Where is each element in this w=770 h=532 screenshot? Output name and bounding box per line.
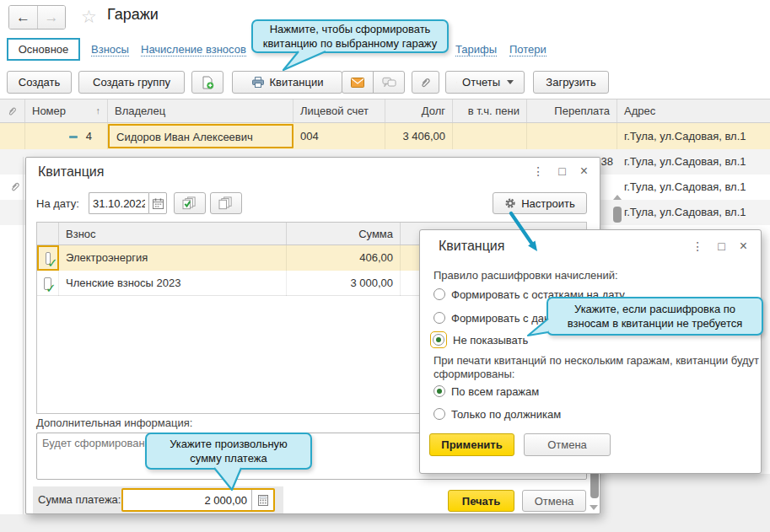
- tab-fees[interactable]: Взносы: [91, 43, 129, 56]
- date-field-group: [89, 192, 167, 214]
- cell-account[interactable]: 004: [293, 123, 385, 149]
- calculator-icon: [258, 495, 268, 506]
- calculator-button[interactable]: [251, 490, 273, 510]
- decryption-hint-tooltip: Укажите, если расшифровка по взносам в к…: [547, 297, 763, 336]
- reports-button[interactable]: Отчеты: [445, 71, 525, 94]
- fee-amount[interactable]: 3 000,00: [287, 271, 401, 296]
- apply-button[interactable]: Применить: [429, 433, 514, 456]
- cell-address: г.Тула, ул.Садовая, вл.1: [624, 200, 746, 225]
- radio-option-hide[interactable]: Не показывать: [430, 331, 528, 348]
- paperclip-icon: [7, 105, 18, 116]
- attachment-column-header[interactable]: [0, 99, 25, 122]
- cell-debt[interactable]: 3 406,00: [385, 123, 453, 149]
- printer-icon: [251, 76, 265, 89]
- radio-unselected[interactable]: [433, 408, 445, 420]
- tab-tariffs[interactable]: Тарифы: [455, 43, 497, 56]
- maximize-icon[interactable]: □: [558, 165, 565, 177]
- favorite-star-icon[interactable]: ☆: [81, 7, 97, 27]
- forward-button[interactable]: →: [37, 6, 65, 29]
- cancel-label: Отмена: [535, 495, 574, 508]
- radio-unselected[interactable]: [433, 288, 445, 300]
- radio-selected[interactable]: [433, 385, 445, 397]
- tab-losses[interactable]: Потери: [509, 43, 547, 56]
- column-header-account[interactable]: Лицевой счет: [293, 99, 385, 122]
- tab-main[interactable]: Основное: [7, 38, 80, 61]
- create-group-button[interactable]: Создать группу: [78, 71, 185, 94]
- back-button[interactable]: ←: [9, 6, 37, 29]
- load-label: Загрузить: [546, 76, 595, 89]
- settings-dialog-title: Квитанция: [439, 239, 504, 254]
- checkbox-checked[interactable]: [46, 252, 51, 265]
- grid-border: [23, 157, 24, 514]
- row-marker-icon: [69, 136, 78, 138]
- send-email-button[interactable]: [342, 71, 374, 94]
- column-header-amount[interactable]: Сумма: [287, 223, 401, 245]
- create-button[interactable]: Создать: [7, 71, 72, 94]
- discussions-button[interactable]: [373, 71, 405, 94]
- checkbox-column-header[interactable]: [37, 223, 59, 245]
- radio-unselected[interactable]: [433, 312, 445, 324]
- close-icon[interactable]: ×: [740, 240, 747, 252]
- close-icon[interactable]: ×: [580, 165, 588, 177]
- list-header: Номер ↑ Владелец Лицевой счет Долг в т.ч…: [0, 99, 770, 123]
- load-button[interactable]: Загрузить: [533, 71, 609, 94]
- date-label: На дату:: [36, 197, 79, 210]
- forward-arrow-icon: →: [45, 9, 59, 26]
- cell-owner-active[interactable]: Сидоров Иван Алексеевич: [108, 124, 293, 148]
- report-icon: [456, 77, 457, 89]
- scrollbar-up-arrow[interactable]: [613, 195, 622, 200]
- cell-attachment[interactable]: [0, 123, 25, 149]
- table-row-selected[interactable]: 4 Сидоров Иван Алексеевич 004 3 406,00 г…: [0, 123, 770, 149]
- dialog-scrollbar-down-arrow[interactable]: [590, 505, 598, 510]
- attachments-button[interactable]: [412, 71, 439, 94]
- apply-label: Применить: [441, 438, 502, 451]
- receipts-button[interactable]: Квитанции: [232, 71, 342, 94]
- cell-overpayment[interactable]: [527, 123, 617, 149]
- new-from-current-button[interactable]: [191, 71, 223, 94]
- radio-label: Только по должникам: [451, 408, 561, 421]
- column-header-fee[interactable]: Взнос: [59, 223, 287, 245]
- date-input[interactable]: [89, 192, 148, 214]
- multi-garage-label: При печати квитанций по нескольким гараж…: [433, 354, 764, 381]
- scrollbar-thumb[interactable]: [613, 207, 622, 223]
- column-header-overpayment[interactable]: Переплата: [527, 99, 617, 122]
- column-header-number[interactable]: Номер ↑: [25, 99, 108, 122]
- uncheck-all-button[interactable]: [210, 192, 242, 214]
- cell-penalty[interactable]: [453, 123, 527, 149]
- radio-selected[interactable]: [433, 334, 444, 346]
- fee-name[interactable]: Членские взносы 2023: [59, 271, 287, 296]
- column-header-owner[interactable]: Владелец: [108, 99, 293, 122]
- column-header-debt[interactable]: Долг: [385, 99, 453, 122]
- menu-dots-icon[interactable]: ⋮: [532, 165, 544, 177]
- check-all-button[interactable]: [174, 192, 206, 214]
- calendar-button[interactable]: [148, 192, 167, 214]
- create-label: Создать: [19, 76, 60, 89]
- fee-checkbox-cell-active[interactable]: [37, 245, 59, 271]
- fee-amount[interactable]: 406,00: [287, 245, 401, 271]
- radio-option-debtors[interactable]: Только по должникам: [433, 406, 561, 422]
- fee-checkbox-cell[interactable]: [37, 271, 59, 296]
- radio-label: Не показывать: [453, 334, 528, 347]
- fee-name[interactable]: Электроэнергия: [59, 245, 287, 271]
- column-header-address[interactable]: Адрес: [617, 99, 770, 122]
- decryption-hint-tail: [525, 314, 552, 339]
- column-number-label: Номер: [32, 105, 66, 117]
- envelope-icon: [351, 78, 364, 88]
- settings-cancel-button[interactable]: Отмена: [524, 433, 611, 456]
- checkbox-checked[interactable]: [44, 277, 51, 290]
- print-button[interactable]: Печать: [448, 490, 514, 512]
- radio-option-all-garages[interactable]: По всем гаражам: [433, 383, 539, 400]
- receipts-hint-text: Нажмите, чтобы сформировать квитанцию по…: [258, 22, 442, 51]
- cell-address: г.Тула, ул.Садовая, вл.1: [624, 175, 746, 200]
- menu-dots-icon[interactable]: ⋮: [692, 240, 703, 252]
- maximize-icon[interactable]: □: [718, 240, 724, 252]
- reports-label: Отчеты: [462, 76, 500, 89]
- payment-input[interactable]: [123, 490, 251, 510]
- tab-fee-accrual[interactable]: Начисление взносов: [141, 43, 246, 56]
- paperclip-icon: [419, 76, 432, 89]
- cancel-button[interactable]: Отмена: [522, 490, 586, 512]
- receipt-dialog-controls: ⋮ □ ×: [532, 165, 588, 177]
- cell-address[interactable]: г.Тула, ул.Садовая, вл.1: [617, 123, 770, 149]
- cell-number[interactable]: 4: [25, 123, 108, 149]
- column-header-penalty[interactable]: в т.ч. пени: [453, 99, 527, 122]
